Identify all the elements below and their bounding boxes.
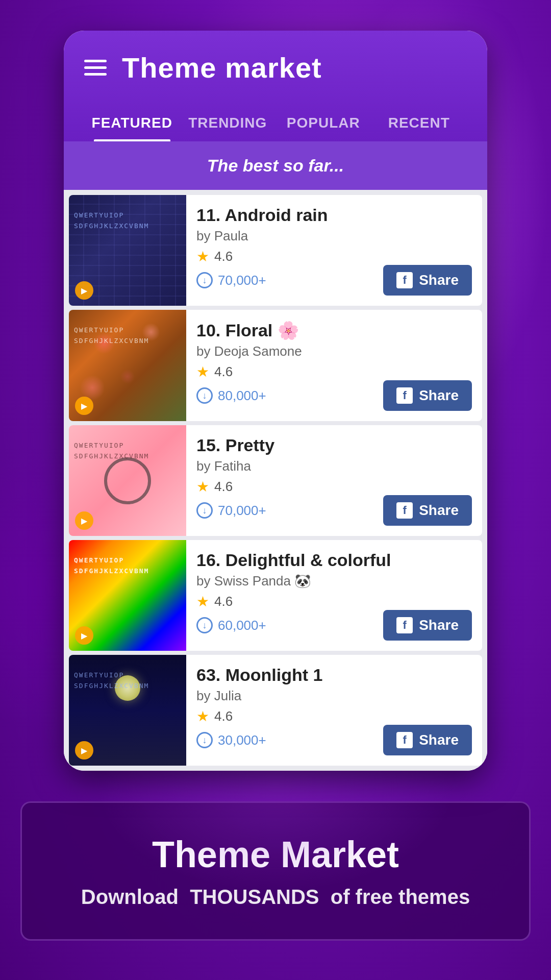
play-button[interactable]: ▶ [75,626,93,645]
star-icon: ★ [196,363,209,380]
tab-popular[interactable]: POPULAR [276,105,371,141]
phone-container: Theme market FEATURED TRENDING POPULAR R… [64,31,487,771]
theme-author: by Paula [196,228,472,244]
theme-info: 11. Android rain by Paula ★ 4.6 ↓ 70,000… [186,195,482,306]
play-button[interactable]: ▶ [75,281,93,300]
play-button[interactable]: ▶ [75,741,93,760]
theme-name: 10. Floral 🌸 [196,320,472,340]
play-button[interactable]: ▶ [75,397,93,415]
menu-icon[interactable] [84,60,107,76]
facebook-icon: f [396,272,413,288]
theme-thumbnail[interactable]: ▶ [69,310,186,421]
theme-name: 16. Delightful & colorful [196,550,472,570]
tab-trending[interactable]: TRENDING [180,105,276,141]
facebook-icon: f [396,502,413,519]
share-label: Share [419,272,459,288]
star-icon: ★ [196,248,209,265]
download-icon: ↓ [196,617,213,633]
download-icon: ↓ [196,502,213,519]
tab-featured[interactable]: FEATURED [84,105,180,141]
share-button[interactable]: f Share [383,725,472,755]
theme-thumbnail[interactable]: ▶ [69,655,186,766]
download-number: 70,000+ [218,503,266,519]
theme-footer: ↓ 80,000+ f Share [196,380,472,411]
download-number: 80,000+ [218,388,266,404]
theme-name: 11. Android rain [196,205,472,225]
tabs-bar: FEATURED TRENDING POPULAR RECENT [84,105,467,141]
bottom-promo: Theme Market Download THOUSANDS of free … [20,801,531,941]
share-button[interactable]: f Share [383,265,472,296]
theme-thumbnail[interactable]: ▶ [69,195,186,306]
theme-info: 15. Pretty by Fatiha ★ 4.6 ↓ 70,000+ f S… [186,425,482,536]
rating-value: 4.6 [214,364,233,380]
rating-value: 4.6 [214,249,233,264]
promo-subtitle-pre: Download [81,886,179,908]
theme-rating: ★ 4.6 [196,363,472,380]
facebook-icon: f [396,732,413,748]
theme-name: 15. Pretty [196,435,472,455]
promo-subtitle: Download THOUSANDS of free themes [42,886,509,909]
content-area: The best so far... ▶ 11. Android rain by… [64,141,487,771]
download-number: 70,000+ [218,273,266,288]
section-header-text: The best so far... [207,156,344,175]
theme-item: ▶ 63. Moonlight 1 by Julia ★ 4.6 ↓ 30,00… [69,655,482,766]
promo-subtitle-post: of free themes [331,886,470,908]
share-label: Share [419,732,459,748]
download-count: ↓ 80,000+ [196,387,266,404]
share-label: Share [419,387,459,404]
download-number: 60,000+ [218,618,266,633]
star-icon: ★ [196,593,209,610]
theme-author: by Swiss Panda 🐼 [196,573,472,589]
theme-info: 63. Moonlight 1 by Julia ★ 4.6 ↓ 30,000+… [186,655,482,766]
download-number: 30,000+ [218,732,266,748]
download-count: ↓ 30,000+ [196,732,266,748]
app-title: Theme market [122,51,322,84]
theme-info: 16. Delightful & colorful by Swiss Panda… [186,540,482,651]
theme-list: ▶ 11. Android rain by Paula ★ 4.6 ↓ 70,0… [64,190,487,771]
download-count: ↓ 70,000+ [196,272,266,288]
theme-item: ▶ 10. Floral 🌸 by Deoja Samone ★ 4.6 ↓ 8… [69,310,482,421]
theme-rating: ★ 4.6 [196,248,472,265]
share-label: Share [419,502,459,519]
theme-author: by Julia [196,688,472,704]
theme-thumbnail[interactable]: ▶ [69,425,186,536]
section-header: The best so far... [64,141,487,190]
tab-recent[interactable]: RECENT [371,105,467,141]
theme-author: by Fatiha [196,458,472,474]
rating-value: 4.6 [214,479,233,495]
download-icon: ↓ [196,732,213,748]
star-icon: ★ [196,478,209,495]
theme-footer: ↓ 70,000+ f Share [196,265,472,296]
theme-footer: ↓ 30,000+ f Share [196,725,472,755]
download-icon: ↓ [196,272,213,288]
promo-subtitle-highlight: THOUSANDS [190,886,319,908]
promo-title: Theme Market [42,834,509,875]
play-button[interactable]: ▶ [75,511,93,530]
theme-footer: ↓ 70,000+ f Share [196,495,472,526]
rating-value: 4.6 [214,594,233,609]
download-count: ↓ 60,000+ [196,617,266,633]
share-label: Share [419,617,459,633]
rating-value: 4.6 [214,708,233,724]
theme-rating: ★ 4.6 [196,478,472,495]
theme-footer: ↓ 60,000+ f Share [196,610,472,641]
facebook-icon: f [396,617,413,633]
share-button[interactable]: f Share [383,495,472,526]
theme-rating: ★ 4.6 [196,593,472,610]
theme-rating: ★ 4.6 [196,708,472,725]
theme-name: 63. Moonlight 1 [196,665,472,685]
download-count: ↓ 70,000+ [196,502,266,519]
theme-thumbnail[interactable]: ▶ [69,540,186,651]
theme-author: by Deoja Samone [196,344,472,359]
theme-info: 10. Floral 🌸 by Deoja Samone ★ 4.6 ↓ 80,… [186,310,482,421]
app-header: Theme market FEATURED TRENDING POPULAR R… [64,31,487,141]
star-icon: ★ [196,708,209,725]
share-button[interactable]: f Share [383,380,472,411]
theme-item: ▶ 16. Delightful & colorful by Swiss Pan… [69,540,482,651]
theme-item: ▶ 15. Pretty by Fatiha ★ 4.6 ↓ 70,000+ [69,425,482,536]
facebook-icon: f [396,387,413,404]
share-button[interactable]: f Share [383,610,472,641]
theme-item: ▶ 11. Android rain by Paula ★ 4.6 ↓ 70,0… [69,195,482,306]
download-icon: ↓ [196,387,213,404]
